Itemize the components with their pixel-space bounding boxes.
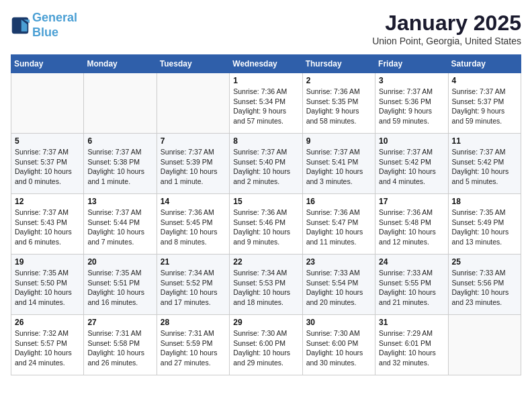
day-number: 19 bbox=[15, 257, 80, 267]
day-info: Sunrise: 7:37 AMSunset: 5:36 PMDaylight:… bbox=[379, 87, 444, 126]
day-number: 3 bbox=[379, 76, 444, 85]
day-info: Sunrise: 7:36 AMSunset: 5:34 PMDaylight:… bbox=[233, 87, 298, 126]
header-saturday: Saturday bbox=[448, 55, 521, 73]
day-number: 18 bbox=[452, 197, 517, 206]
day-number: 24 bbox=[379, 257, 444, 267]
day-number: 6 bbox=[87, 136, 152, 146]
day-cell: 16Sunrise: 7:36 AMSunset: 5:47 PMDayligh… bbox=[302, 194, 375, 255]
week-row-3: 12Sunrise: 7:37 AMSunset: 5:43 PMDayligh… bbox=[11, 194, 521, 255]
day-cell: 2Sunrise: 7:36 AMSunset: 5:35 PMDaylight… bbox=[302, 73, 375, 134]
day-number: 25 bbox=[452, 257, 517, 267]
day-info: Sunrise: 7:34 AMSunset: 5:52 PMDaylight:… bbox=[161, 268, 226, 308]
day-cell: 23Sunrise: 7:33 AMSunset: 5:54 PMDayligh… bbox=[302, 255, 375, 315]
header-thursday: Thursday bbox=[302, 55, 375, 73]
logo-line2: Blue bbox=[32, 26, 58, 39]
day-info: Sunrise: 7:37 AMSunset: 5:42 PMDaylight:… bbox=[452, 147, 517, 187]
header-monday: Monday bbox=[84, 55, 157, 73]
day-info: Sunrise: 7:33 AMSunset: 5:55 PMDaylight:… bbox=[379, 268, 444, 308]
calendar-table: SundayMondayTuesdayWednesdayThursdayFrid… bbox=[11, 54, 521, 375]
day-cell: 5Sunrise: 7:37 AMSunset: 5:37 PMDaylight… bbox=[11, 134, 84, 194]
day-cell: 1Sunrise: 7:36 AMSunset: 5:34 PMDaylight… bbox=[230, 73, 302, 134]
day-cell: 31Sunrise: 7:29 AMSunset: 6:01 PMDayligh… bbox=[375, 315, 448, 375]
day-cell: 19Sunrise: 7:35 AMSunset: 5:50 PMDayligh… bbox=[11, 255, 84, 315]
day-cell: 17Sunrise: 7:36 AMSunset: 5:48 PMDayligh… bbox=[375, 194, 448, 255]
day-cell bbox=[448, 315, 521, 375]
day-number: 1 bbox=[233, 76, 298, 85]
day-cell: 28Sunrise: 7:31 AMSunset: 5:59 PMDayligh… bbox=[157, 315, 229, 375]
week-row-1: 1Sunrise: 7:36 AMSunset: 5:34 PMDaylight… bbox=[11, 73, 521, 134]
day-number: 15 bbox=[233, 197, 298, 206]
day-cell: 30Sunrise: 7:30 AMSunset: 6:00 PMDayligh… bbox=[302, 315, 375, 375]
day-info: Sunrise: 7:35 AMSunset: 5:50 PMDaylight:… bbox=[15, 268, 80, 308]
day-number: 20 bbox=[87, 257, 152, 267]
day-number: 14 bbox=[161, 197, 226, 206]
logo-text: General Blue bbox=[32, 11, 77, 40]
calendar-subtitle: Union Point, Georgia, United States bbox=[372, 36, 521, 46]
day-number: 5 bbox=[15, 136, 80, 146]
day-cell: 18Sunrise: 7:35 AMSunset: 5:49 PMDayligh… bbox=[448, 194, 521, 255]
header-wednesday: Wednesday bbox=[230, 55, 302, 73]
day-number: 10 bbox=[379, 136, 444, 146]
day-number: 26 bbox=[15, 318, 80, 327]
day-number: 9 bbox=[306, 136, 371, 146]
logo-line1: General bbox=[32, 11, 77, 24]
header-sunday: Sunday bbox=[11, 55, 84, 73]
day-cell bbox=[157, 73, 229, 134]
day-number: 21 bbox=[161, 257, 226, 267]
day-info: Sunrise: 7:30 AMSunset: 6:00 PMDaylight:… bbox=[306, 328, 371, 368]
week-row-5: 26Sunrise: 7:32 AMSunset: 5:57 PMDayligh… bbox=[11, 315, 521, 375]
day-info: Sunrise: 7:31 AMSunset: 5:58 PMDaylight:… bbox=[87, 328, 152, 368]
day-info: Sunrise: 7:36 AMSunset: 5:47 PMDaylight:… bbox=[306, 208, 371, 247]
day-number: 11 bbox=[452, 136, 517, 146]
day-cell: 24Sunrise: 7:33 AMSunset: 5:55 PMDayligh… bbox=[375, 255, 448, 315]
day-cell: 26Sunrise: 7:32 AMSunset: 5:57 PMDayligh… bbox=[11, 315, 84, 375]
day-info: Sunrise: 7:36 AMSunset: 5:48 PMDaylight:… bbox=[379, 208, 444, 247]
day-cell bbox=[84, 73, 157, 134]
day-info: Sunrise: 7:37 AMSunset: 5:38 PMDaylight:… bbox=[87, 147, 152, 187]
day-number: 17 bbox=[379, 197, 444, 206]
day-cell: 8Sunrise: 7:37 AMSunset: 5:40 PMDaylight… bbox=[230, 134, 302, 194]
day-cell: 21Sunrise: 7:34 AMSunset: 5:52 PMDayligh… bbox=[157, 255, 229, 315]
day-info: Sunrise: 7:30 AMSunset: 6:00 PMDaylight:… bbox=[233, 328, 298, 368]
day-cell: 3Sunrise: 7:37 AMSunset: 5:36 PMDaylight… bbox=[375, 73, 448, 134]
day-number: 7 bbox=[161, 136, 226, 146]
day-info: Sunrise: 7:37 AMSunset: 5:37 PMDaylight:… bbox=[452, 87, 517, 126]
day-info: Sunrise: 7:37 AMSunset: 5:43 PMDaylight:… bbox=[15, 208, 80, 247]
header-row: SundayMondayTuesdayWednesdayThursdayFrid… bbox=[11, 55, 521, 73]
day-cell: 6Sunrise: 7:37 AMSunset: 5:38 PMDaylight… bbox=[84, 134, 157, 194]
day-number: 30 bbox=[306, 318, 371, 327]
logo: General Blue bbox=[11, 11, 77, 40]
week-row-2: 5Sunrise: 7:37 AMSunset: 5:37 PMDaylight… bbox=[11, 134, 521, 194]
day-info: Sunrise: 7:36 AMSunset: 5:46 PMDaylight:… bbox=[233, 208, 298, 247]
day-cell: 11Sunrise: 7:37 AMSunset: 5:42 PMDayligh… bbox=[448, 134, 521, 194]
day-number: 4 bbox=[452, 76, 517, 85]
day-number: 27 bbox=[87, 318, 152, 327]
day-cell: 13Sunrise: 7:37 AMSunset: 5:44 PMDayligh… bbox=[84, 194, 157, 255]
day-info: Sunrise: 7:37 AMSunset: 5:39 PMDaylight:… bbox=[161, 147, 226, 187]
day-info: Sunrise: 7:37 AMSunset: 5:37 PMDaylight:… bbox=[15, 147, 80, 187]
day-number: 2 bbox=[306, 76, 371, 85]
header-friday: Friday bbox=[375, 55, 448, 73]
day-number: 8 bbox=[233, 136, 298, 146]
header-tuesday: Tuesday bbox=[157, 55, 229, 73]
day-info: Sunrise: 7:37 AMSunset: 5:42 PMDaylight:… bbox=[379, 147, 444, 187]
day-info: Sunrise: 7:36 AMSunset: 5:35 PMDaylight:… bbox=[306, 87, 371, 126]
day-info: Sunrise: 7:32 AMSunset: 5:57 PMDaylight:… bbox=[15, 328, 80, 368]
day-number: 31 bbox=[379, 318, 444, 327]
day-number: 13 bbox=[87, 197, 152, 206]
day-number: 16 bbox=[306, 197, 371, 206]
day-info: Sunrise: 7:37 AMSunset: 5:41 PMDaylight:… bbox=[306, 147, 371, 187]
day-cell: 20Sunrise: 7:35 AMSunset: 5:51 PMDayligh… bbox=[84, 255, 157, 315]
day-info: Sunrise: 7:33 AMSunset: 5:56 PMDaylight:… bbox=[452, 268, 517, 308]
day-number: 12 bbox=[15, 197, 80, 206]
day-cell: 9Sunrise: 7:37 AMSunset: 5:41 PMDaylight… bbox=[302, 134, 375, 194]
day-cell: 4Sunrise: 7:37 AMSunset: 5:37 PMDaylight… bbox=[448, 73, 521, 134]
day-info: Sunrise: 7:31 AMSunset: 5:59 PMDaylight:… bbox=[161, 328, 226, 368]
day-info: Sunrise: 7:35 AMSunset: 5:51 PMDaylight:… bbox=[87, 268, 152, 308]
day-cell: 25Sunrise: 7:33 AMSunset: 5:56 PMDayligh… bbox=[448, 255, 521, 315]
title-block: January 2025 Union Point, Georgia, Unite… bbox=[372, 11, 521, 46]
day-cell: 15Sunrise: 7:36 AMSunset: 5:46 PMDayligh… bbox=[230, 194, 302, 255]
day-number: 28 bbox=[161, 318, 226, 327]
day-info: Sunrise: 7:33 AMSunset: 5:54 PMDaylight:… bbox=[306, 268, 371, 308]
calendar-title: January 2025 bbox=[372, 11, 521, 36]
